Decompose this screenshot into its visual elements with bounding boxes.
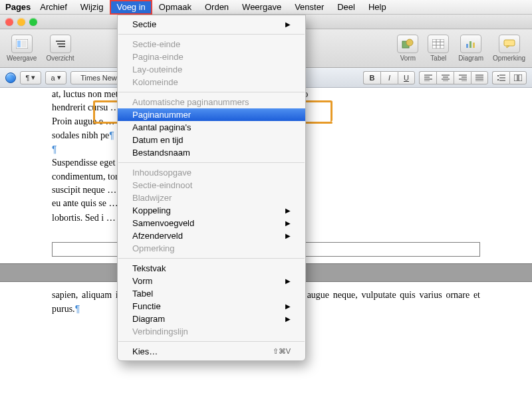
italic-button[interactable]: I <box>380 71 398 84</box>
toolbar-table[interactable]: Tabel <box>428 35 449 62</box>
menu-opmaak[interactable]: Opmaak <box>152 0 198 15</box>
toolbar-outline[interactable]: Overzicht <box>46 35 74 62</box>
comment-icon <box>499 35 520 53</box>
menubar: Pages Archief Wijzig Voeg in Opmaak Orde… <box>0 0 532 15</box>
underline-button[interactable]: U <box>398 71 415 84</box>
menu-item-label: Bladwijzer <box>132 193 172 203</box>
list-style-select[interactable]: a ▾ <box>45 71 66 84</box>
menu-item-vorm[interactable]: Vorm▶ <box>118 275 305 287</box>
menu-orden[interactable]: Orden <box>198 0 235 15</box>
menu-item-label: Functie <box>132 301 161 311</box>
menu-separator <box>118 34 305 35</box>
svg-rect-1 <box>17 41 21 47</box>
menu-item-sectie[interactable]: Sectie▶ <box>118 18 305 31</box>
menu-item-label: Inhoudsopgave <box>132 168 192 178</box>
menu-item-label: Opmerking <box>132 243 175 253</box>
menu-wijzig[interactable]: Wijzig <box>74 0 110 15</box>
outline-icon <box>50 35 71 53</box>
pilcrow-icon: ¶ <box>52 144 57 154</box>
align-center-button[interactable] <box>436 71 454 84</box>
paragraph-style-select[interactable]: ¶ ▾ <box>20 71 41 84</box>
menu-item-afzenderveld[interactable]: Afzenderveld▶ <box>118 229 305 242</box>
align-group <box>419 71 488 84</box>
menu-item-label: Bestandsnaam <box>132 148 190 158</box>
pilcrow-icon: ¶ <box>109 130 114 140</box>
menu-item-label: Koppeling <box>132 205 171 215</box>
menu-venster[interactable]: Venster <box>288 0 331 15</box>
menu-item-label: Lay-outeinde <box>132 65 182 74</box>
menu-item-samenvoegveld[interactable]: Samenvoegveld▶ <box>118 217 305 229</box>
menu-item-tekstvak[interactable]: Tekstvak <box>118 262 305 275</box>
toolbar-view[interactable]: Weergave <box>7 35 37 62</box>
menu-item-kolomeinde: Kolomeinde <box>118 76 305 88</box>
menu-item-label: Automatische paginanummers <box>132 97 249 107</box>
align-left-button[interactable] <box>419 71 436 84</box>
shape-icon <box>397 35 418 53</box>
align-right-button[interactable] <box>454 71 471 84</box>
svg-rect-37 <box>514 74 517 81</box>
menu-separator <box>118 92 305 92</box>
menu-item-aantal-pagina-s[interactable]: Aantal pagina's <box>118 121 305 134</box>
align-justify-button[interactable] <box>471 71 488 84</box>
menu-deel[interactable]: Deel <box>331 0 362 15</box>
toolbar-comment[interactable]: Opmerking <box>493 35 525 62</box>
menu-voeg-in[interactable]: Voeg in <box>110 0 152 15</box>
menu-item-label: Vorm <box>132 276 152 286</box>
toolbar-outline-label: Overzicht <box>46 55 74 62</box>
toolbar-shape[interactable]: Vorm <box>397 35 418 62</box>
submenu-arrow-icon: ▶ <box>285 219 291 227</box>
menu-separator <box>118 341 305 342</box>
menu-item-sectie-einde: Sectie-einde <box>118 38 305 51</box>
menu-item-label: Samenvoegveld <box>132 218 194 228</box>
submenu-arrow-icon: ▶ <box>285 207 291 214</box>
window-close-button[interactable] <box>5 18 13 26</box>
menu-item-automatische-paginanummers: Automatische paginanummers <box>118 96 305 108</box>
svg-rect-13 <box>466 44 468 48</box>
table-icon <box>428 35 449 53</box>
menu-archief[interactable]: Archief <box>33 0 73 15</box>
menu-item-lay-outeinde: Lay-outeinde <box>118 63 305 76</box>
menu-item-label: Afzenderveld <box>132 231 183 241</box>
menu-item-bestandsnaam[interactable]: Bestandsnaam <box>118 146 305 159</box>
submenu-arrow-icon: ▶ <box>285 21 291 28</box>
menu-separator <box>118 258 305 259</box>
menu-item-label: Tabel <box>132 289 153 299</box>
menu-item-inhoudsopgave: Inhoudsopgave <box>118 166 305 179</box>
menu-item-label: Verbindingslijn <box>132 327 188 336</box>
menu-item-paginanummer[interactable]: Paginanummer <box>118 108 305 121</box>
menu-item-koppeling[interactable]: Koppeling▶ <box>118 204 305 217</box>
toolbar-view-label: Weergave <box>7 55 37 62</box>
inspector-button[interactable] <box>5 72 16 83</box>
menu-item-label: Kolomeinde <box>132 77 178 87</box>
line-spacing-button[interactable] <box>492 71 509 84</box>
columns-button[interactable] <box>509 71 527 84</box>
toolbar-table-label: Tabel <box>430 55 446 62</box>
pilcrow-icon: ¶ <box>75 303 80 314</box>
menu-item-kies-[interactable]: Kies…⇧⌘V <box>118 345 305 358</box>
svg-rect-14 <box>469 41 471 48</box>
window-minimize-button[interactable] <box>17 18 25 26</box>
menu-item-label: Aantal pagina's <box>132 122 192 132</box>
toolbar-chart[interactable]: Diagram <box>458 35 483 62</box>
menu-item-label: Sectie-einde <box>132 39 180 49</box>
menu-item-diagram[interactable]: Diagram▶ <box>118 313 305 325</box>
svg-rect-38 <box>519 74 522 81</box>
svg-rect-16 <box>504 40 515 46</box>
menu-item-pagina-einde: Pagina-einde <box>118 51 305 63</box>
menu-item-opmerking: Opmerking <box>118 242 305 255</box>
menu-item-label: Sectie <box>132 19 156 29</box>
menu-help[interactable]: Help <box>362 0 393 15</box>
toolbar-comment-label: Opmerking <box>493 55 525 62</box>
voeg-in-dropdown: Sectie▶Sectie-eindePagina-eindeLay-outei… <box>117 15 306 361</box>
svg-point-7 <box>406 39 413 46</box>
menu-item-sectie-eindnoot: Sectie-eindnoot <box>118 179 305 192</box>
menu-item-label: Sectie-eindnoot <box>132 180 192 190</box>
menu-item-tabel[interactable]: Tabel <box>118 287 305 300</box>
menu-weergave[interactable]: Weergave <box>235 0 288 15</box>
menu-item-functie[interactable]: Functie▶ <box>118 300 305 313</box>
menu-item-datum-en-tijd[interactable]: Datum en tijd <box>118 134 305 146</box>
menu-item-label: Pagina-einde <box>132 52 184 62</box>
window-zoom-button[interactable] <box>29 18 37 26</box>
app-name[interactable]: Pages <box>5 2 31 12</box>
bold-button[interactable]: B <box>363 71 380 84</box>
